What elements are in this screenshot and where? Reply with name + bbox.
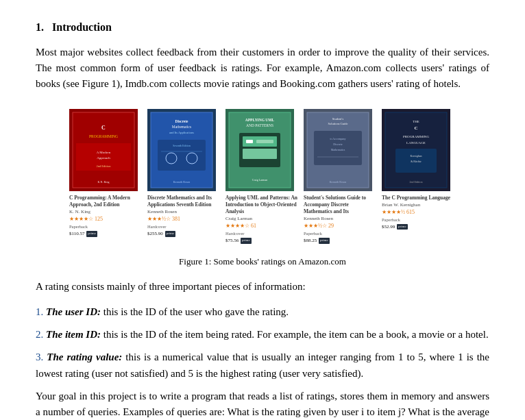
svg-rect-26 bbox=[246, 140, 253, 143]
svg-text:K.N. King: K.N. King bbox=[98, 180, 110, 184]
book-stars-1: ★★★★☆ 125 bbox=[69, 216, 103, 223]
prime-badge: prime bbox=[397, 224, 408, 230]
book-stars-5: ★★★★½ 615 bbox=[382, 209, 415, 217]
svg-text:THE: THE bbox=[413, 120, 419, 123]
goal-text: Your goal in this project is to write a … bbox=[36, 391, 489, 420]
book-cover-2: Discrete Mathematics and Its Application… bbox=[147, 109, 216, 191]
item2-text: this is the ID of the item being rated. … bbox=[103, 329, 489, 340]
svg-text:C: C bbox=[414, 125, 417, 131]
svg-text:Approach: Approach bbox=[97, 156, 110, 160]
book-item-1[interactable]: C PROGRAMMING A Modern Approach 2nd Edit… bbox=[69, 109, 143, 238]
book-item-2[interactable]: Discrete Mathematics and Its Application… bbox=[147, 109, 221, 238]
book-author-5: Brian W. Kernighan bbox=[382, 202, 420, 208]
item2-number: 2. bbox=[36, 329, 43, 340]
book-stars-2: ★★★½☆ 381 bbox=[147, 216, 180, 223]
svg-text:Kenneth Rosen: Kenneth Rosen bbox=[173, 180, 191, 184]
svg-text:2nd Edition: 2nd Edition bbox=[410, 180, 423, 184]
book-title-5: The C Programming Language bbox=[382, 195, 450, 201]
svg-rect-27 bbox=[256, 140, 273, 143]
book-cover-4: Student's Solutions Guide to Accompany D… bbox=[304, 109, 372, 191]
book-format-4: Paperback bbox=[304, 231, 322, 237]
book-title-2: Discrete Mathematics and Its Application… bbox=[147, 195, 221, 208]
intro-text: Most major websites collect feedback fro… bbox=[36, 47, 489, 90]
intro-paragraph: Most major websites collect feedback fro… bbox=[36, 45, 489, 92]
list-item-2: 2. The item ID: this is the ID of the it… bbox=[36, 327, 489, 343]
svg-text:C: C bbox=[101, 125, 106, 131]
svg-text:Discrete: Discrete bbox=[175, 119, 188, 123]
book-price-1: $110.57 prime bbox=[69, 231, 97, 237]
book-item-3[interactable]: APPLYING UML AND PATTERNS Craig Larman A… bbox=[225, 109, 300, 245]
svg-text:2nd Edition: 2nd Edition bbox=[96, 164, 111, 168]
books-row: C PROGRAMMING A Modern Approach 2nd Edit… bbox=[69, 105, 456, 249]
section-heading-text: Introduction bbox=[52, 21, 112, 33]
book-cover-1: C PROGRAMMING A Modern Approach 2nd Edit… bbox=[69, 109, 138, 191]
figure-1: C PROGRAMMING A Modern Approach 2nd Edit… bbox=[36, 105, 489, 269]
book-stars-4: ★★★½☆ 29 bbox=[304, 223, 334, 230]
prime-badge: prime bbox=[86, 231, 97, 237]
book-item-4[interactable]: Student's Solutions Guide to Accompany D… bbox=[304, 109, 378, 245]
rating-intro: A rating consists mainly of three import… bbox=[36, 279, 489, 295]
svg-text:Craig Larman: Craig Larman bbox=[252, 178, 267, 182]
book-format-1: Paperback bbox=[69, 224, 88, 230]
item3-label: The rating value: bbox=[47, 351, 122, 362]
book-price-3: $75.56 prime bbox=[225, 238, 252, 244]
section-number: 1. bbox=[36, 21, 44, 33]
book-author-1: K. N. King bbox=[69, 209, 90, 215]
item3-number: 3. bbox=[36, 351, 43, 362]
item2-label: The item ID: bbox=[46, 329, 101, 340]
goal-paragraph: Your goal in this project is to write a … bbox=[36, 388, 489, 420]
book-title-1: C Programming: A Modern Approach, 2nd Ed… bbox=[69, 195, 143, 208]
prime-badge: prime bbox=[241, 238, 252, 244]
book-format-2: Hardcover bbox=[147, 224, 166, 230]
prime-badge: prime bbox=[165, 231, 176, 237]
svg-text:LANGUAGE: LANGUAGE bbox=[406, 141, 426, 145]
svg-text:PROGRAMMING: PROGRAMMING bbox=[403, 135, 429, 138]
svg-text:Kernighan: Kernighan bbox=[411, 154, 422, 158]
section-title: 1. Introduction bbox=[36, 19, 489, 36]
book-format-3: Hardcover bbox=[225, 231, 244, 237]
book-author-4: Kenneth Rosen bbox=[304, 216, 333, 222]
item1-label: The user ID: bbox=[46, 306, 101, 317]
rating-consists-text: A rating consists mainly of three import… bbox=[36, 281, 306, 292]
prime-badge: prime bbox=[319, 238, 330, 244]
svg-text:A Modern: A Modern bbox=[97, 151, 111, 154]
list-item-3: 3. The rating value: this is a numerical… bbox=[36, 349, 489, 382]
book-cover-5: THE C PROGRAMMING LANGUAGE Kernighan & R… bbox=[382, 109, 450, 191]
book-title-4: Student's Solutions Guide to Accompany D… bbox=[304, 195, 378, 215]
svg-text:Kenneth Rosen: Kenneth Rosen bbox=[330, 180, 347, 184]
item1-number: 1. bbox=[36, 306, 43, 317]
list-item-1: 1. The user ID: this is the ID of the us… bbox=[36, 304, 489, 320]
svg-text:Discrete: Discrete bbox=[333, 143, 343, 146]
book-cover-3: APPLYING UML AND PATTERNS Craig Larman bbox=[225, 109, 294, 191]
svg-text:and Its Applications: and Its Applications bbox=[169, 131, 194, 134]
figure-caption: Figure 1: Some books' ratings on Amazon.… bbox=[179, 255, 346, 269]
svg-text:APPLYING UML: APPLYING UML bbox=[245, 118, 275, 122]
book-format-5: Paperback bbox=[382, 217, 400, 223]
svg-text:Seventh Edition: Seventh Edition bbox=[173, 144, 191, 147]
svg-text:to Accompany: to Accompany bbox=[330, 137, 345, 140]
book-title-3: Applying UML and Patterns: An Introducti… bbox=[225, 195, 300, 215]
book-stars-3: ★★★★☆ 61 bbox=[225, 223, 256, 230]
book-price-4: $88.25 prime bbox=[304, 238, 330, 244]
book-author-3: Craig Larman bbox=[225, 216, 252, 222]
svg-text:Mathematics: Mathematics bbox=[172, 125, 191, 129]
book-item-5[interactable]: THE C PROGRAMMING LANGUAGE Kernighan & R… bbox=[382, 109, 456, 231]
svg-text:Mathematics: Mathematics bbox=[331, 148, 345, 151]
svg-rect-28 bbox=[243, 149, 277, 159]
svg-text:& Ritchie: & Ritchie bbox=[411, 160, 422, 163]
svg-text:Student's: Student's bbox=[332, 117, 344, 121]
svg-text:PROGRAMMING: PROGRAMMING bbox=[89, 134, 118, 138]
book-author-2: Kenneth Rosen bbox=[147, 209, 177, 215]
svg-text:Solutions Guide: Solutions Guide bbox=[328, 122, 347, 125]
book-price-2: $255.90 prime bbox=[147, 231, 175, 237]
item1-text: this is the ID of the user who gave the … bbox=[103, 306, 289, 317]
book-price-5: $52.99 prime bbox=[382, 224, 408, 230]
svg-text:AND PATTERNS: AND PATTERNS bbox=[246, 123, 273, 127]
